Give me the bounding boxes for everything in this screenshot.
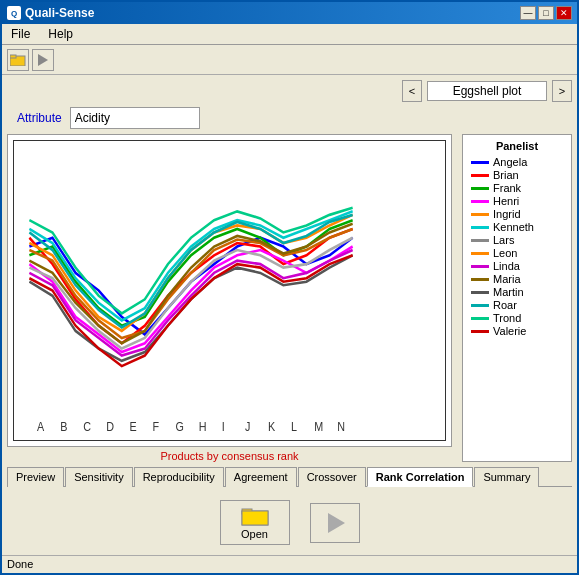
prev-plot-button[interactable]: < (402, 80, 422, 102)
svg-text:I: I (222, 421, 225, 434)
window-controls: — □ ✕ (520, 6, 572, 20)
legend-title: Panelist (471, 140, 563, 152)
legend-color-swatch (471, 330, 489, 333)
minimize-button[interactable]: — (520, 6, 536, 20)
legend-color-swatch (471, 304, 489, 307)
legend-item-name: Ingrid (493, 208, 521, 220)
tabs-row: Preview Sensitivity Reproducibility Agre… (7, 467, 572, 487)
legend-item: Trond (471, 312, 563, 324)
chart-inner: A B C D E F G H I J K L M (13, 140, 446, 441)
svg-text:K: K (268, 421, 275, 434)
main-content: < Eggshell plot > Attribute Acidity Bitt… (2, 75, 577, 555)
toolbar (2, 45, 577, 75)
svg-rect-19 (242, 511, 268, 525)
app-icon: Q (7, 6, 21, 20)
svg-text:J: J (245, 421, 250, 434)
plot-title: Eggshell plot (427, 81, 547, 101)
close-button[interactable]: ✕ (556, 6, 572, 20)
menu-file[interactable]: File (7, 26, 34, 42)
svg-rect-1 (10, 55, 16, 58)
tab-summary[interactable]: Summary (474, 467, 539, 487)
legend-color-swatch (471, 278, 489, 281)
title-bar-left: Q Quali-Sense (7, 6, 94, 20)
legend-color-swatch (471, 200, 489, 203)
main-window: Q Quali-Sense — □ ✕ File Help < (0, 0, 579, 575)
open-label: Open (241, 528, 268, 540)
legend-item-name: Roar (493, 299, 517, 311)
svg-text:F: F (153, 421, 160, 434)
chart-legend-row: A B C D E F G H I J K L M (7, 134, 572, 462)
tab-sensitivity[interactable]: Sensitivity (65, 467, 133, 487)
legend-item: Lars (471, 234, 563, 246)
legend-item-name: Frank (493, 182, 521, 194)
legend-item-name: Maria (493, 273, 521, 285)
status-text: Done (7, 558, 33, 570)
legend-color-swatch (471, 252, 489, 255)
next-plot-button[interactable]: > (552, 80, 572, 102)
chart-subtitle: Products by consensus rank (7, 450, 452, 462)
legend-color-swatch (471, 213, 489, 216)
menu-bar: File Help (2, 24, 577, 45)
legend-color-swatch (471, 174, 489, 177)
go-button[interactable] (310, 503, 360, 543)
svg-marker-20 (328, 513, 345, 533)
bottom-row: Open (7, 495, 572, 550)
legend-item: Martin (471, 286, 563, 298)
tab-preview[interactable]: Preview (7, 467, 64, 487)
legend-item: Roar (471, 299, 563, 311)
svg-text:M: M (314, 421, 323, 434)
legend-item-name: Martin (493, 286, 524, 298)
legend-color-swatch (471, 161, 489, 164)
legend-item-name: Brian (493, 169, 519, 181)
svg-text:N: N (337, 421, 345, 434)
tab-rank-correlation[interactable]: Rank Correlation (367, 467, 474, 487)
svg-text:B: B (60, 421, 67, 434)
title-bar: Q Quali-Sense — □ ✕ (2, 2, 577, 24)
legend-item: Angela (471, 156, 563, 168)
legend-item-name: Trond (493, 312, 521, 324)
legend-item: Valerie (471, 325, 563, 337)
menu-help[interactable]: Help (44, 26, 77, 42)
legend-color-swatch (471, 226, 489, 229)
toolbar-arrow-button[interactable] (32, 49, 54, 71)
legend-item: Brian (471, 169, 563, 181)
attribute-select[interactable]: Acidity Bitterness Sweetness (70, 107, 200, 129)
toolbar-folder-button[interactable] (7, 49, 29, 71)
legend-item-name: Henri (493, 195, 519, 207)
legend-box: Panelist Angela Brian Frank Henri Ingrid… (462, 134, 572, 462)
attribute-row: Attribute Acidity Bitterness Sweetness (7, 107, 572, 129)
legend-item: Frank (471, 182, 563, 194)
legend-color-swatch (471, 291, 489, 294)
legend-item: Ingrid (471, 208, 563, 220)
attribute-select-wrapper: Acidity Bitterness Sweetness (70, 107, 200, 129)
attribute-label: Attribute (17, 111, 62, 125)
legend-item: Henri (471, 195, 563, 207)
chart-container: A B C D E F G H I J K L M (7, 134, 452, 447)
svg-text:C: C (83, 421, 91, 434)
status-bar: Done (2, 555, 577, 573)
tab-reproducibility[interactable]: Reproducibility (134, 467, 224, 487)
legend-item-name: Valerie (493, 325, 526, 337)
maximize-button[interactable]: □ (538, 6, 554, 20)
tab-crossover[interactable]: Crossover (298, 467, 366, 487)
legend-item: Kenneth (471, 221, 563, 233)
legend-item-name: Linda (493, 260, 520, 272)
legend-item: Leon (471, 247, 563, 259)
legend-color-swatch (471, 265, 489, 268)
legend-color-swatch (471, 187, 489, 190)
open-button[interactable]: Open (220, 500, 290, 545)
nav-row: < Eggshell plot > (7, 80, 572, 102)
svg-text:L: L (291, 421, 298, 434)
legend-item: Linda (471, 260, 563, 272)
legend-item-name: Lars (493, 234, 514, 246)
window-title: Quali-Sense (25, 6, 94, 20)
legend-item: Maria (471, 273, 563, 285)
svg-text:A: A (37, 421, 44, 434)
tab-agreement[interactable]: Agreement (225, 467, 297, 487)
svg-text:D: D (106, 421, 114, 434)
legend-items: Angela Brian Frank Henri Ingrid Kenneth … (471, 155, 563, 338)
svg-text:G: G (176, 421, 184, 434)
svg-text:H: H (199, 421, 207, 434)
svg-text:E: E (129, 421, 136, 434)
legend-item-name: Kenneth (493, 221, 534, 233)
